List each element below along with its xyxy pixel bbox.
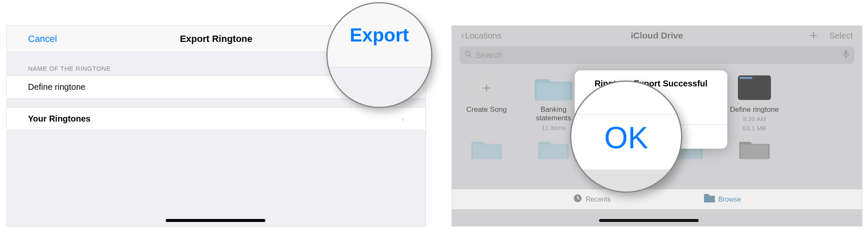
your-ringtones-row[interactable]: Your Ringtones › [7,107,426,130]
magnifier-ok-button: OK [570,80,682,193]
home-indicator[interactable] [166,219,265,222]
chevron-right-icon: › [402,114,404,123]
your-ringtones-label: Your Ringtones [28,114,90,124]
export-button-magnified[interactable]: Export [350,25,409,46]
tab-browse[interactable]: Browse [704,194,741,205]
clock-icon [573,194,582,205]
tab-browse-label: Browse [718,196,741,203]
ok-button-magnified[interactable]: OK [571,111,681,166]
screen-title: Export Ringtone [180,33,252,44]
tab-recents[interactable]: Recents [573,194,611,205]
ringtone-name-value: Define ringtone [28,82,86,92]
svg-rect-6 [704,194,709,197]
magnifier-export-button: Export [326,2,432,108]
home-indicator[interactable] [599,219,698,222]
svg-rect-5 [704,196,715,202]
cancel-button[interactable]: Cancel [28,33,57,44]
tab-recents-label: Recents [586,196,611,203]
tab-bar: Recents Browse [452,189,862,209]
browse-icon [704,194,715,205]
